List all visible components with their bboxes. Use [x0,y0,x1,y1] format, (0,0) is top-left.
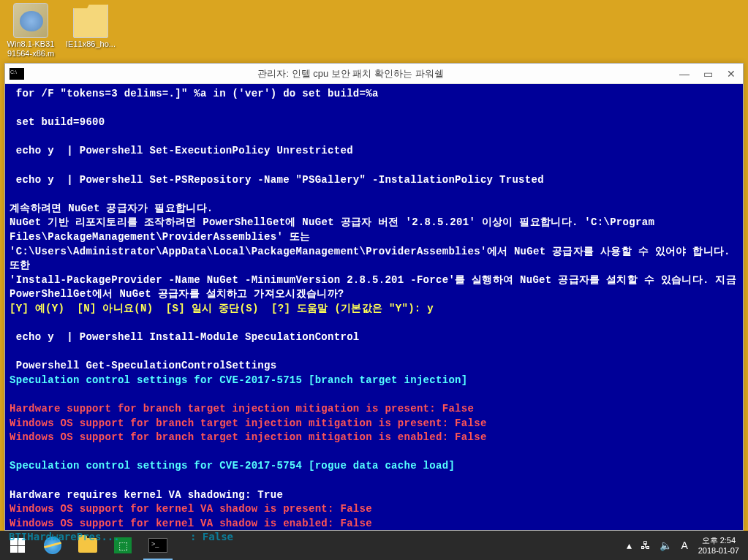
tray-chevron-icon[interactable]: ▴ [622,540,636,551]
console-line: echo y | Powershell Set-PSRepository -Na… [10,174,544,186]
console-line: echo y | Powershell Set-ExecutionPolicy … [10,145,353,156]
desktop-icon-installer[interactable]: Win8.1-KB3191564-x86.m [3,3,58,58]
console-line: set build=9600 [10,116,105,128]
desktop-icon-folder[interactable]: IE11x86_ho... [63,3,118,49]
console-window: 관리자: 인텔 cpu 보안 패치 확인하는 파워쉘 — ▭ ✕ for /F … [4,63,744,531]
console-line: 'Install-PackageProvider -Name NuGet -Mi… [10,274,736,286]
console-line: Windows OS support for branch target inj… [10,431,487,443]
console-line: Windows OS support for kernel VA shadow … [10,503,372,515]
installer-icon [13,3,48,38]
system-tray: ▴ 🖧 🔈 A 오후 2:54 2018-01-07 [619,535,748,556]
console-line: Files\PackageManagement\ProviderAssembli… [10,231,310,243]
ghost-text: BTIHardwarePres... [9,531,120,542]
close-button[interactable]: ✕ [719,65,743,83]
tray-ime[interactable]: A [676,540,692,551]
console-line: Speculation control settings for CVE-201… [10,460,455,472]
console-line: for /F "tokens=3 delims=.]" %a in ('ver'… [10,88,379,99]
tray-time: 오후 2:54 [698,535,739,545]
maximize-button[interactable]: ▭ [696,65,719,83]
window-title: 관리자: 인텔 cpu 보안 패치 확인하는 파워쉘 [29,67,673,80]
console-line: PowerShellGet에서 NuGet 공급자를 설치하고 가져오시겠습니까… [10,288,344,300]
console-line: Hardware support for branch target injec… [10,403,474,415]
icon-label: IE11x86_ho... [63,39,118,49]
taskbar-cmd[interactable] [140,531,175,560]
console-line: echo y | Powershell Install-Module Specu… [10,331,360,343]
console-line: Windows OS support for kernel VA shadow … [10,518,372,529]
console-line: Powershell Get-SpeculationControlSetting… [10,360,276,371]
minimize-button[interactable]: — [673,65,696,83]
titlebar[interactable]: 관리자: 인텔 cpu 보안 패치 확인하는 파워쉘 — ▭ ✕ [5,64,743,84]
ghost-text: : False [190,531,233,542]
cmd-icon [148,538,167,553]
tray-network-icon[interactable]: 🖧 [636,540,655,551]
console-line: 계속하려면 NuGet 공급자가 필요합니다. [10,203,214,214]
icon-label: Win8.1-KB3191564-x86.m [3,39,58,58]
tray-volume-icon[interactable]: 🔈 [655,540,676,551]
tray-clock[interactable]: 오후 2:54 2018-01-07 [692,535,745,556]
console-line: Hardware requires kernel VA shadowing: T… [10,489,283,501]
console-line: 'C:\Users\Administrator\AppData\Local\Pa… [10,246,737,272]
console-output[interactable]: for /F "tokens=3 delims=.]" %a in ('ver'… [5,84,743,530]
console-line: Windows OS support for branch target inj… [10,417,487,429]
folder-icon [73,3,108,38]
window-controls: — ▭ ✕ [673,65,743,83]
console-prompt: [Y] 예(Y) [N] 아니요(N) [S] 일시 중단(S) [?] 도움말… [10,303,434,314]
cmd-icon [10,68,24,80]
console-line: Speculation control settings for CVE-201… [10,374,468,386]
console-line: NuGet 기반 리포지토리를 조작하려면 PowerShellGet에 NuG… [10,216,654,228]
tray-date: 2018-01-07 [698,545,739,556]
